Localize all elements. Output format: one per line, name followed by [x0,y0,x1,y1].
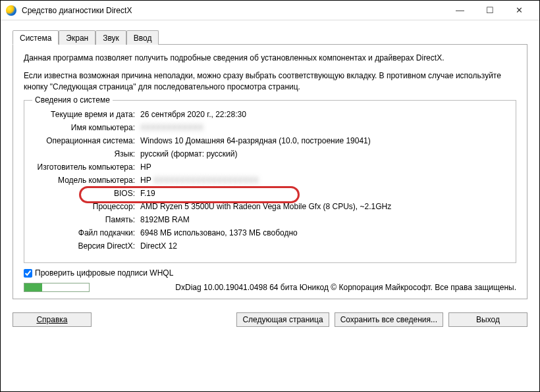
label-datetime: Текущие время и дата: [32,109,138,120]
value-model: HP XXXXXXXXXXXXXXXXXXXX [138,174,508,186]
row-pagefile: Файл подкачки: 6948 МБ использовано, 137… [32,227,508,239]
tab-system[interactable]: Система [13,30,59,45]
maximize-button[interactable]: ☐ [475,1,504,20]
value-pcname: XXXXXXXXXXXX [138,122,508,134]
fieldset-legend: Сведения о системе [32,95,113,105]
whql-checkbox-row: Проверить цифровые подписи WHQL [24,268,516,278]
row-model: Модель компьютера: HP XXXXXXXXXXXXXXXXXX… [32,174,508,186]
value-dxversion: DirectX 12 [138,240,508,252]
whql-checkbox[interactable] [24,269,32,278]
value-manufacturer: HP [138,161,508,173]
tab-input[interactable]: Ввод [126,30,159,45]
label-lang: Язык: [32,148,138,160]
label-os: Операционная система: [32,135,138,147]
row-datetime: Текущие время и дата: 26 сентября 2020 г… [32,109,508,120]
label-dxversion: Версия DirectX: [32,240,138,252]
value-pagefile: 6948 МБ использовано, 1373 МБ свободно [138,227,508,239]
bottom-row: DxDiag 10.00.19041.0498 64 бита Юникод ©… [24,283,516,292]
button-bar: Справка Следующая страница Сохранить все… [1,307,539,332]
row-manufacturer: Изготовитель компьютера: HP [32,161,508,173]
value-lang: русский (формат: русский) [138,148,508,160]
whql-label[interactable]: Проверить цифровые подписи WHQL [35,268,173,278]
progress-fill [24,283,42,291]
row-ram: Память: 8192MB RAM [32,214,508,226]
label-model: Модель компьютера: [32,174,138,186]
row-bios: BIOS: F.19 [32,187,508,199]
value-ram: 8192MB RAM [138,214,508,226]
label-pcname: Имя компьютера: [32,122,138,134]
label-cpu: Процессор: [32,201,138,212]
value-model-blurred: XXXXXXXXXXXXXXXXXXXX [151,176,258,185]
exit-button[interactable]: Выход [448,312,527,327]
value-model-prefix: HP [140,176,151,185]
save-all-button[interactable]: Сохранить все сведения... [335,312,443,327]
label-pagefile: Файл подкачки: [32,227,138,239]
value-cpu: AMD Ryzen 5 3500U with Radeon Vega Mobil… [138,201,508,212]
help-button[interactable]: Справка [13,312,92,327]
row-cpu: Процессор: AMD Ryzen 5 3500U with Radeon… [32,201,508,212]
content-area: Система Экран Звук Ввод Данная программа… [1,20,539,307]
tab-panel-system: Данная программа позволяет получить подр… [13,44,527,299]
value-datetime: 26 сентября 2020 г., 22:28:30 [138,109,508,120]
value-bios: F.19 [138,187,508,199]
system-info-fieldset: Сведения о системе Текущие время и дата:… [24,100,516,263]
titlebar: Средство диагностики DirectX — ☐ ✕ [1,1,539,20]
footer-text: DxDiag 10.00.19041.0498 64 бита Юникод ©… [90,283,516,292]
value-os: Windows 10 Домашняя 64-разрядная (10.0, … [138,135,508,147]
progress-bar [24,283,90,292]
intro-text-2: Если известна возможная причина неполадк… [24,70,516,93]
tab-display[interactable]: Экран [59,30,95,45]
row-os: Операционная система: Windows 10 Домашня… [32,135,508,147]
row-pcname: Имя компьютера: XXXXXXXXXXXX [32,122,508,134]
intro-text-1: Данная программа позволяет получить подр… [24,53,516,64]
tabs: Система Экран Звук Ввод [13,30,527,44]
dxdiag-icon [6,5,16,16]
close-button[interactable]: ✕ [504,1,534,20]
row-lang: Язык: русский (формат: русский) [32,148,508,160]
next-page-button[interactable]: Следующая страница [236,312,329,327]
window-title: Средство диагностики DirectX [22,6,445,15]
label-manufacturer: Изготовитель компьютера: [32,161,138,173]
minimize-button[interactable]: — [445,1,475,20]
tab-sound[interactable]: Звук [95,30,126,45]
label-bios: BIOS: [32,187,138,199]
row-dxversion: Версия DirectX: DirectX 12 [32,240,508,252]
label-ram: Память: [32,214,138,226]
